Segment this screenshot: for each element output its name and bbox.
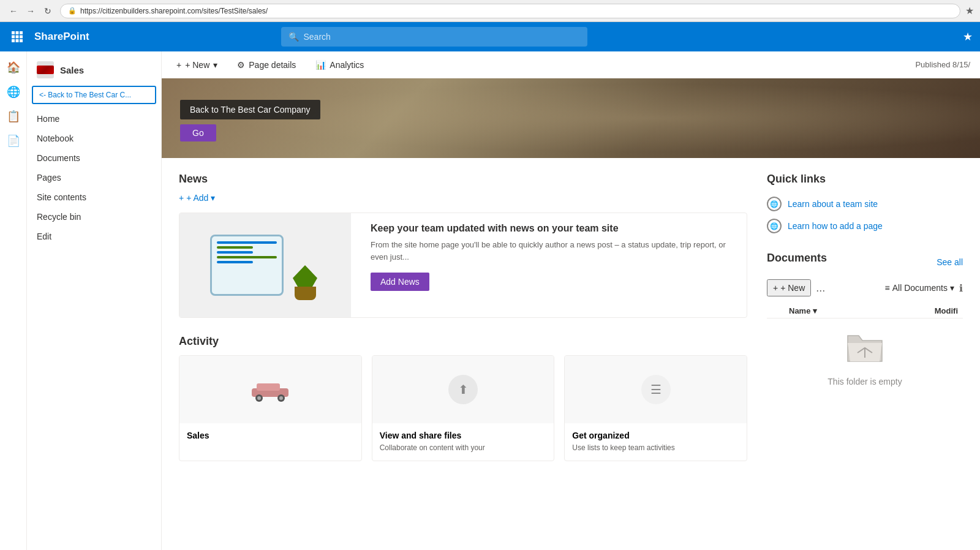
favorite-icon[interactable]: ★: [963, 30, 973, 43]
filter-chevron-icon: ▾: [950, 283, 954, 293]
svg-rect-3: [12, 36, 15, 39]
sidebar-item-notebook[interactable]: Notebook: [27, 129, 161, 148]
waffle-menu[interactable]: [7, 27, 27, 47]
documents-table-header: Name ▾ Modifi: [767, 304, 963, 318]
svg-rect-8: [20, 39, 23, 42]
filter-icon: ≡: [885, 283, 890, 293]
svg-rect-7: [16, 39, 19, 42]
page-details-button[interactable]: ⚙ Page details: [232, 58, 301, 72]
share-icon: ⬆: [448, 375, 478, 404]
documents-title: Documents: [767, 252, 827, 265]
empty-folder-text: This folder is empty: [827, 377, 902, 386]
search-bar[interactable]: 🔍 Search: [281, 27, 587, 47]
published-status: Published 8/15/: [915, 60, 970, 69]
new-icon: +: [176, 60, 181, 70]
document-rail-icon[interactable]: 📄: [2, 130, 24, 152]
address-bar[interactable]: 🔒 https://citizenbuilders.sharepoint.com…: [60, 4, 960, 18]
analytics-button[interactable]: 📊 Analytics: [311, 58, 369, 72]
activity-card-image-2: ☰: [565, 356, 747, 423]
refresh-button[interactable]: ↻: [40, 4, 55, 18]
back-button[interactable]: ←: [6, 4, 21, 18]
svg-rect-0: [12, 31, 15, 34]
activity-card-desc-1: Collaborate on content with your: [380, 443, 547, 453]
sharepoint-logo[interactable]: SharePoint: [34, 31, 89, 43]
add-news-button[interactable]: Add News: [371, 273, 429, 291]
notes-rail-icon[interactable]: 📋: [2, 105, 24, 127]
sidebar: Sales <- Back to The Best Car C... Home …: [27, 51, 162, 550]
browser-star-icon[interactable]: ★: [965, 5, 974, 17]
topbar-right: ★: [963, 30, 973, 43]
sidebar-item-documents[interactable]: Documents: [27, 148, 161, 168]
news-description: From the site home page you'll be able t…: [371, 239, 737, 263]
documents-section: Documents See all + + New ... ≡ All Docu…: [767, 252, 963, 399]
search-icon: 🔍: [288, 32, 299, 42]
list-icon: ☰: [641, 375, 671, 404]
docs-more-button[interactable]: ...: [816, 282, 825, 295]
doc-modified-column-header: Modifi: [909, 306, 958, 315]
sidebar-item-recycle-bin[interactable]: Recycle bin: [27, 207, 161, 227]
browser-bar: ← → ↻ 🔒 https://citizenbuilders.sharepoi…: [0, 0, 980, 22]
empty-folder-state: This folder is empty: [767, 318, 963, 399]
quick-links-title: Quick links: [767, 173, 963, 186]
news-image: [179, 213, 351, 317]
quick-link-label-0: Learn about a team site: [788, 199, 878, 209]
docs-new-button[interactable]: + + New: [767, 279, 811, 296]
url-text: https://citizenbuilders.sharepoint.com/s…: [80, 7, 268, 15]
plant-illustration: [290, 265, 320, 302]
svg-rect-1: [16, 31, 19, 34]
page-content: News + + Add ▾: [162, 158, 980, 476]
activity-card-body-0: Sales: [179, 423, 361, 450]
docs-filter-button[interactable]: ≡ All Documents ▾: [885, 283, 954, 293]
quick-link-1[interactable]: 🌐 Learn how to add a page: [767, 215, 963, 237]
quick-link-0[interactable]: 🌐 Learn about a team site: [767, 193, 963, 215]
activity-cards: Sales ⬆ View and share files Collaborate…: [179, 355, 747, 461]
icon-rail: 🏠 🌐 📋 📄: [0, 51, 27, 550]
tablet-illustration: [210, 235, 284, 296]
sidebar-item-pages[interactable]: Pages: [27, 168, 161, 187]
activity-card-2: ☰ Get organized Use lists to keep team a…: [564, 355, 747, 461]
page-toolbar: + + New ▾ ⚙ Page details 📊 Analytics Pub…: [162, 51, 980, 78]
svg-point-14: [279, 396, 283, 400]
browser-nav-buttons: ← → ↻: [6, 4, 55, 18]
activity-section-title: Activity: [179, 335, 747, 348]
network-rail-icon[interactable]: 🌐: [2, 81, 24, 103]
svg-rect-10: [257, 383, 280, 391]
sharepoint-topbar: SharePoint 🔍 Search ★: [0, 22, 980, 51]
new-button[interactable]: + + New ▾: [172, 58, 222, 72]
page-details-icon: ⚙: [237, 60, 245, 70]
new-chevron-icon: ▾: [213, 60, 217, 70]
news-headline: Keep your team updated with news on your…: [371, 223, 737, 234]
main-content-column: News + + Add ▾: [179, 173, 747, 461]
docs-new-icon: +: [773, 283, 778, 293]
activity-card-1: ⬆ View and share files Collaborate on co…: [372, 355, 555, 461]
activity-card-0: Sales: [179, 355, 362, 461]
sidebar-item-home[interactable]: Home: [27, 109, 161, 129]
see-all-button[interactable]: See all: [937, 257, 963, 267]
hero-banner: Back to The Best Car Company Go: [162, 78, 980, 158]
hero-overlay-text: Back to The Best Car Company: [180, 100, 320, 119]
news-add-button[interactable]: + + Add ▾: [179, 193, 747, 203]
right-panel: Quick links 🌐 Learn about a team site 🌐 …: [767, 173, 963, 461]
forward-button[interactable]: →: [23, 4, 38, 18]
svg-rect-4: [16, 36, 19, 39]
sidebar-item-edit[interactable]: Edit: [27, 227, 161, 246]
search-placeholder: Search: [304, 32, 331, 42]
sidebar-item-site-contents[interactable]: Site contents: [27, 187, 161, 207]
analytics-icon: 📊: [315, 60, 326, 70]
activity-card-image-0: [179, 356, 361, 423]
home-rail-icon[interactable]: 🏠: [2, 56, 24, 78]
globe-icon-1: 🌐: [767, 219, 782, 233]
news-illustration: [204, 222, 326, 308]
news-add-chevron: ▾: [211, 193, 215, 203]
back-to-parent-button[interactable]: <- Back to The Best Car C...: [32, 86, 156, 104]
doc-name-column-header: Name ▾: [789, 306, 909, 315]
content-area: + + New ▾ ⚙ Page details 📊 Analytics Pub…: [162, 51, 980, 550]
docs-info-icon[interactable]: ℹ: [959, 282, 963, 294]
hero-go-button[interactable]: Go: [180, 124, 216, 141]
activity-card-title-1: View and share files: [380, 431, 547, 440]
quick-links-section: Quick links 🌐 Learn about a team site 🌐 …: [767, 173, 963, 237]
activity-card-title-0: Sales: [187, 431, 354, 440]
activity-card-title-2: Get organized: [572, 431, 739, 440]
quick-link-label-1: Learn how to add a page: [788, 221, 883, 231]
news-card: Keep your team updated with news on your…: [179, 213, 747, 318]
